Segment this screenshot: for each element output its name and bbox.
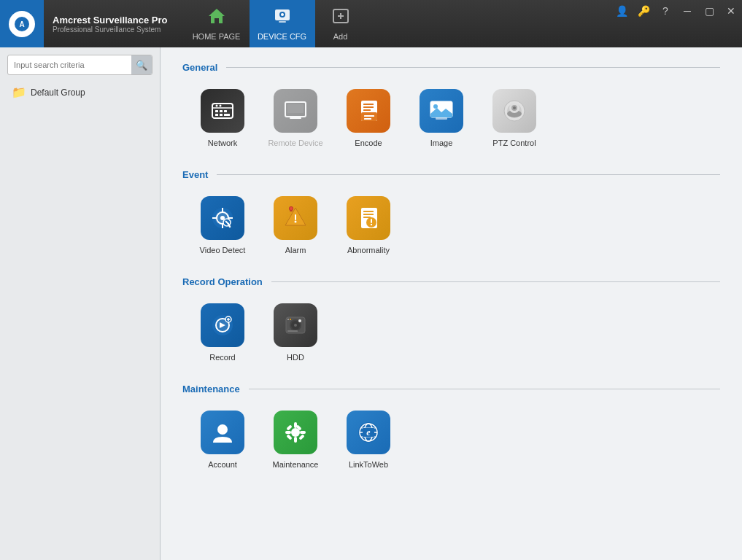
tab-devicecfg-label: DEVICE CFG — [258, 32, 306, 41]
content-area: General — [161, 47, 742, 560]
search-box: 🔍 — [7, 55, 152, 75]
section-maintenance-header: Maintenance — [182, 384, 720, 394]
image-label: Image — [430, 139, 453, 147]
icon-maintenance[interactable]: Maintenance — [263, 406, 328, 473]
section-general: General — [182, 62, 720, 152]
sidebar: 🔍 📁 Default Group — [0, 47, 161, 560]
icon-image[interactable]: Image — [409, 85, 474, 152]
section-event-header: Event — [182, 169, 720, 180]
section-general-divider — [226, 67, 720, 68]
svg-point-11 — [216, 105, 218, 107]
icon-network[interactable]: Network — [190, 85, 255, 152]
tab-homepage[interactable]: HOME PAGE — [184, 0, 250, 47]
svg-rect-61 — [371, 219, 372, 223]
svg-rect-25 — [363, 104, 374, 105]
search-button[interactable]: 🔍 — [131, 55, 152, 75]
svg-rect-29 — [364, 115, 374, 117]
app-title: Amcrest Surveillance Pro — [53, 15, 168, 26]
svg-rect-5 — [279, 21, 286, 23]
close-button[interactable]: ✕ — [720, 0, 742, 22]
maintenance-icon-grid: Account — [182, 406, 720, 473]
svg-rect-17 — [220, 114, 223, 116]
svg-text:A: A — [19, 20, 24, 28]
folder-icon: 📁 — [12, 85, 26, 99]
linktoweb-label: LinkToWeb — [349, 460, 388, 469]
app-logo: A — [0, 0, 44, 47]
minimize-button[interactable]: ─ — [676, 0, 698, 22]
icon-account[interactable]: Account — [190, 406, 255, 473]
tab-homepage-label: HOME PAGE — [193, 32, 241, 41]
icon-hdd[interactable]: HDD — [263, 299, 328, 366]
key-icon[interactable]: 🔑 — [633, 0, 654, 22]
svg-rect-87 — [286, 434, 292, 440]
section-event: Event — [182, 169, 720, 259]
account-label: Account — [208, 460, 237, 469]
svg-rect-26 — [363, 106, 374, 108]
svg-point-73 — [294, 324, 297, 327]
svg-rect-83 — [300, 431, 306, 434]
record-label: Record — [209, 353, 235, 362]
section-maintenance: Maintenance Account — [182, 384, 720, 473]
titlebar: A Amcrest Surveillance Pro Professional … — [0, 0, 742, 47]
svg-rect-57 — [363, 211, 374, 212]
svg-rect-82 — [285, 431, 291, 434]
svg-point-62 — [371, 224, 372, 225]
svg-point-76 — [287, 319, 289, 320]
section-general-header: General — [182, 62, 720, 73]
help-icon[interactable]: ? — [654, 0, 676, 22]
section-maintenance-divider — [249, 389, 720, 389]
svg-rect-27 — [363, 109, 371, 111]
video-detect-label: Video Detect — [200, 246, 246, 254]
tab-add-label: Add — [333, 32, 348, 41]
icon-abnormality[interactable]: Abnormality — [336, 192, 401, 259]
icon-ptz-control[interactable]: PTZ Control — [482, 85, 547, 152]
ptz-control-label: PTZ Control — [492, 139, 536, 147]
svg-rect-20 — [287, 104, 304, 113]
icon-record[interactable]: Record — [190, 299, 255, 366]
svg-rect-14 — [220, 110, 223, 112]
user-icon[interactable]: 👤 — [611, 0, 633, 22]
section-general-title: General — [182, 62, 217, 73]
search-input[interactable] — [8, 58, 131, 72]
icon-linktoweb[interactable]: e LinkToWeb — [336, 406, 401, 473]
record-icon-grid: Record — [182, 299, 720, 366]
network-label: Network — [208, 139, 237, 147]
svg-rect-85 — [298, 434, 304, 440]
svg-point-55 — [290, 207, 293, 210]
svg-point-53 — [295, 221, 297, 223]
tab-add[interactable]: Add — [315, 0, 366, 47]
add-icon — [331, 7, 350, 29]
section-event-title: Event — [182, 169, 208, 180]
icon-encode[interactable]: Encode — [336, 85, 401, 152]
icon-alarm[interactable]: Alarm — [263, 192, 328, 259]
home-icon — [207, 7, 226, 29]
icon-remote-device[interactable]: Remote Device — [263, 85, 328, 152]
svg-rect-81 — [294, 437, 297, 443]
svg-rect-13 — [215, 110, 218, 112]
section-record-operation: Record Operation — [182, 276, 720, 366]
svg-point-40 — [513, 106, 516, 109]
svg-rect-84 — [286, 424, 292, 430]
svg-rect-34 — [436, 117, 447, 120]
app-title-block: Amcrest Surveillance Pro Professional Su… — [44, 9, 177, 39]
section-maintenance-title: Maintenance — [182, 384, 240, 394]
svg-point-77 — [290, 319, 291, 320]
alarm-label: Alarm — [285, 246, 306, 254]
sidebar-group-default[interactable]: 📁 Default Group — [7, 82, 152, 102]
maintenance-label: Maintenance — [273, 460, 319, 469]
abnormality-label: Abnormality — [347, 246, 390, 254]
icon-video-detect[interactable]: Video Detect — [190, 192, 255, 259]
tab-devicecfg[interactable]: DEVICE CFG — [250, 0, 315, 47]
svg-point-78 — [217, 424, 228, 435]
svg-rect-16 — [215, 114, 218, 116]
maximize-button[interactable]: ▢ — [698, 0, 720, 22]
hdd-label: HDD — [287, 353, 304, 362]
svg-rect-52 — [295, 214, 296, 220]
encode-label: Encode — [355, 139, 382, 147]
general-icon-grid: Network Remote Device — [182, 85, 720, 152]
svg-point-4 — [281, 13, 284, 16]
section-record-divider — [271, 281, 720, 282]
event-icon-grid: Video Detect — [182, 192, 720, 259]
svg-rect-15 — [224, 110, 227, 112]
remote-device-label: Remote Device — [268, 139, 322, 147]
